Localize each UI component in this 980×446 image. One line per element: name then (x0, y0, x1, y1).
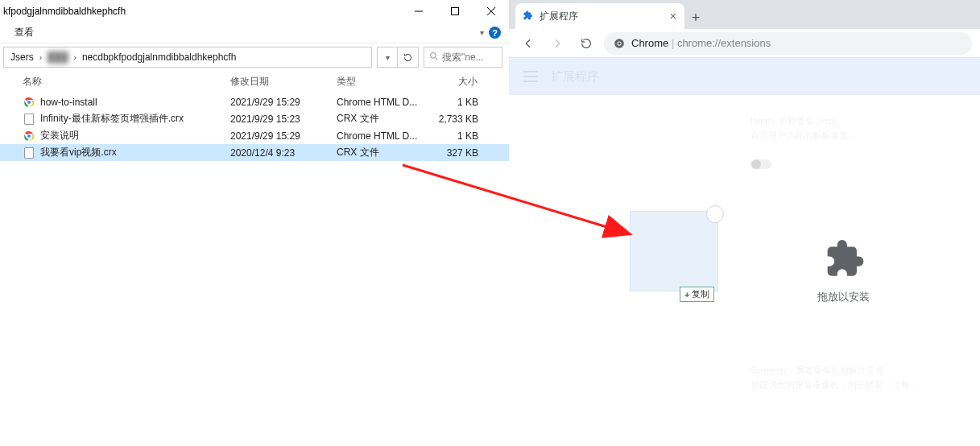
file-explorer-window: kfpodgjalnmdibbaldhkephcfh 查看 ▾ ? Jsers … (0, 0, 509, 446)
svg-point-14 (618, 42, 621, 45)
close-icon[interactable]: × (668, 10, 678, 23)
column-headers: 名称 修改日期 类型 大小 (0, 71, 509, 93)
file-date: 2021/9/29 15:29 (224, 97, 330, 108)
copy-label: 复制 (692, 288, 709, 300)
tab-title: 扩展程序 (540, 10, 662, 23)
forward-button[interactable] (546, 32, 569, 55)
file-date: 2021/9/29 15:23 (224, 114, 330, 125)
chrome-file-icon (23, 96, 35, 109)
plus-icon: + (684, 290, 689, 299)
omnibox-text: Chrome | chrome://extensions (631, 37, 771, 49)
search-input[interactable] (442, 52, 497, 63)
file-date: 2020/12/4 9:23 (224, 147, 330, 159)
chevron-right-icon: › (73, 53, 77, 62)
address-bar[interactable]: Chrome | chrome://extensions (604, 32, 972, 55)
file-size: 2,733 KB (427, 114, 485, 125)
chrome-icon (614, 38, 625, 49)
table-row[interactable]: 安装说明2021/9/29 15:29Chrome HTML D...1 KB (0, 127, 509, 144)
tab-extensions[interactable]: 扩展程序 × (515, 3, 684, 29)
copy-badge: + 复制 (680, 287, 714, 302)
file-name: how-to-install (40, 97, 97, 108)
extension-icon (522, 10, 533, 23)
col-type[interactable]: 类型 (330, 75, 427, 89)
refresh-button[interactable] (398, 47, 419, 68)
svg-line-5 (436, 57, 438, 60)
ghost-extension-card: Screenity - 屏幕录像机和标注工具功能强大的屏幕录像机，用于捕获、注释… (751, 364, 944, 392)
breadcrumb-seg-2[interactable]: ███ (44, 52, 72, 63)
chevron-right-icon: › (39, 53, 43, 62)
svg-rect-1 (451, 8, 458, 15)
table-row[interactable]: Infinity-最佳新标签页增强插件.crx2021/9/29 15:23CR… (0, 110, 509, 127)
maximize-button[interactable] (436, 0, 473, 23)
window-title: kfpodgjalnmdibbaldhkephcfh (3, 6, 126, 17)
file-list: 名称 修改日期 类型 大小 how-to-install2021/9/29 15… (0, 71, 509, 161)
extensions-page: 扩展程序 Infinity 新标签页 (Pro)百万用户选择的新标签页… Scr… (509, 58, 980, 446)
file-name: Infinity-最佳新标签页增强插件.crx (40, 112, 184, 126)
menu-view[interactable]: 查看 (14, 26, 34, 39)
install-drop-hint: 拖放以安装 (795, 235, 891, 304)
back-button[interactable] (517, 32, 540, 55)
breadcrumb-seg-3[interactable]: necdbpkfpodgjalnmdibbaldhkephcfh (79, 52, 239, 63)
col-size[interactable]: 大小 (427, 75, 485, 89)
file-type: Chrome HTML D... (330, 130, 427, 142)
file-name: 安装说明 (40, 129, 79, 142)
explorer-menubar: 查看 ▾ ? (0, 23, 509, 43)
ghost-extension-card: Infinity 新标签页 (Pro)百万用户选择的新标签页… (751, 114, 944, 171)
new-tab-button[interactable]: + (684, 6, 707, 29)
minimize-button[interactable] (400, 0, 436, 23)
breadcrumb[interactable]: Jsers › ███ › necdbpkfpodgjalnmdibbaldhk… (3, 47, 372, 68)
file-type: Chrome HTML D... (330, 97, 427, 108)
extensions-header: 扩展程序 (509, 58, 980, 95)
file-icon (23, 113, 35, 126)
breadcrumb-seg-1[interactable]: Jsers (7, 52, 37, 63)
drag-drop-zone[interactable] (630, 211, 718, 291)
help-icon[interactable]: ? (489, 27, 501, 39)
chevron-down-icon[interactable]: ▾ (480, 28, 484, 37)
file-type: CRX 文件 (330, 146, 427, 159)
drag-cursor-icon (706, 205, 724, 223)
table-row[interactable]: 我要看vip视频.crx2020/12/4 9:23CRX 文件327 KB (0, 144, 509, 161)
file-size: 1 KB (427, 97, 485, 108)
file-size: 1 KB (427, 130, 485, 142)
file-date: 2021/9/29 15:29 (224, 130, 330, 142)
tab-strip: 扩展程序 × + (509, 0, 980, 29)
drop-label: 拖放以安装 (795, 290, 891, 304)
file-name: 我要看vip视频.crx (40, 146, 117, 159)
file-size: 327 KB (427, 147, 485, 159)
col-name[interactable]: 名称 (16, 75, 224, 89)
explorer-address-row: Jsers › ███ › necdbpkfpodgjalnmdibbaldhk… (0, 43, 509, 71)
browser-toolbar: Chrome | chrome://extensions (509, 29, 980, 58)
explorer-search[interactable] (424, 47, 502, 68)
reload-button[interactable] (575, 32, 598, 55)
menu-icon[interactable] (523, 71, 538, 82)
file-type: CRX 文件 (330, 112, 427, 126)
explorer-titlebar: kfpodgjalnmdibbaldhkephcfh (0, 0, 509, 23)
puzzle-icon (820, 235, 866, 282)
close-button[interactable] (473, 0, 509, 23)
svg-point-4 (431, 52, 436, 58)
search-icon (429, 52, 439, 64)
history-dropdown-button[interactable]: ▾ (377, 47, 398, 68)
file-icon (23, 147, 35, 159)
table-row[interactable]: how-to-install2021/9/29 15:29Chrome HTML… (0, 93, 509, 110)
chrome-file-icon (23, 130, 35, 142)
chrome-window: 扩展程序 × + Chrome | chrome://extensions 扩展… (509, 0, 980, 446)
col-date[interactable]: 修改日期 (224, 75, 330, 89)
page-title: 扩展程序 (551, 69, 599, 85)
